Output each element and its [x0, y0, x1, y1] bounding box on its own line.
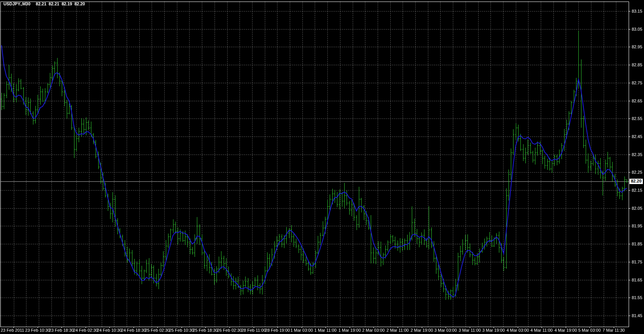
- price-axis-label: 82.25: [632, 170, 644, 174]
- time-axis-label: 23 Feb 2011: [1, 328, 24, 332]
- price-axis-label: 83.05: [632, 27, 644, 31]
- price-axis-label: 82.65: [632, 99, 644, 103]
- price-axis-label: 81.55: [632, 296, 644, 300]
- time-axis-label: 24 Feb 02:30: [73, 328, 98, 332]
- time-axis-label: 23 Feb 18:30: [49, 328, 74, 332]
- chart-window: USDJPY.,M3082.2182.2182.1982.20 83.1583.…: [0, 0, 644, 334]
- price-axis-label: 81.65: [632, 278, 644, 282]
- time-axis-label: 3 Mar 03:00: [434, 328, 457, 332]
- ohlc-open: 82.21: [36, 2, 46, 6]
- time-axis-label: 3 Mar 11:00: [459, 328, 481, 332]
- symbol-period-label: USDJPY.,M30: [3, 2, 30, 6]
- time-axis-label: 25 Feb 18:30: [193, 328, 218, 332]
- time-axis-label: 24 Feb 18:30: [121, 328, 146, 332]
- time-axis-label: 4 Mar 11:00: [530, 328, 553, 332]
- price-axis-label: 82.15: [632, 188, 644, 193]
- price-chart-canvas[interactable]: [0, 0, 644, 334]
- time-axis-label: 4 Mar 03:00: [507, 328, 529, 332]
- time-axis-label: 2 Mar 19:00: [411, 328, 433, 332]
- price-axis-label: 82.55: [632, 117, 644, 121]
- time-axis-label: 28 Feb 11:00: [241, 328, 266, 332]
- time-axis-label: 28 Feb 19:00: [265, 328, 290, 332]
- time-axis-label: 24 Feb 10:30: [97, 328, 122, 332]
- price-axis-label: 82.35: [632, 153, 644, 157]
- price-axis-label: 81.95: [632, 224, 644, 228]
- ohlc-high: 82.21: [49, 2, 59, 6]
- time-axis-label: 7 Mar 11:30: [603, 328, 625, 332]
- price-axis-label: 81.75: [632, 260, 644, 264]
- time-axis-label: 5 Mar 03:00: [578, 328, 601, 332]
- time-axis-label: 1 Mar 03:00: [291, 328, 313, 332]
- time-axis-label: 4 Mar 19:00: [555, 328, 577, 332]
- price-axis-label: 82.85: [632, 63, 644, 67]
- time-axis-label: 26 Feb 02:30: [217, 328, 242, 332]
- price-axis-label: 82.95: [632, 45, 644, 49]
- time-axis-label: 3 Mar 19:00: [482, 328, 505, 332]
- time-axis-label: 25 Feb 02:30: [145, 328, 170, 332]
- price-axis-label: 82.05: [632, 206, 644, 211]
- price-axis-label: 83.15: [632, 9, 644, 13]
- time-axis-label: 2 Mar 03:00: [362, 328, 385, 332]
- ohlc-low: 82.19: [61, 2, 72, 6]
- time-axis-label: 1 Mar 11:00: [314, 328, 337, 332]
- time-axis-label: 2 Mar 11:00: [386, 328, 409, 332]
- price-axis-label: 81.45: [632, 314, 644, 318]
- price-axis-label: 82.75: [632, 81, 644, 85]
- ohlc-close: 82.20: [74, 2, 85, 6]
- price-axis-label: 81.85: [632, 242, 644, 246]
- time-axis-label: 1 Mar 19:00: [339, 328, 361, 332]
- time-axis-label: 25 Feb 10:30: [169, 328, 194, 332]
- time-axis-label: 23 Feb 10:30: [25, 328, 50, 332]
- chart-title-overlay: USDJPY.,M3082.2182.2182.1982.20: [3, 2, 87, 6]
- current-price-badge: 82.20: [629, 179, 643, 184]
- price-axis-label: 82.45: [632, 135, 644, 139]
